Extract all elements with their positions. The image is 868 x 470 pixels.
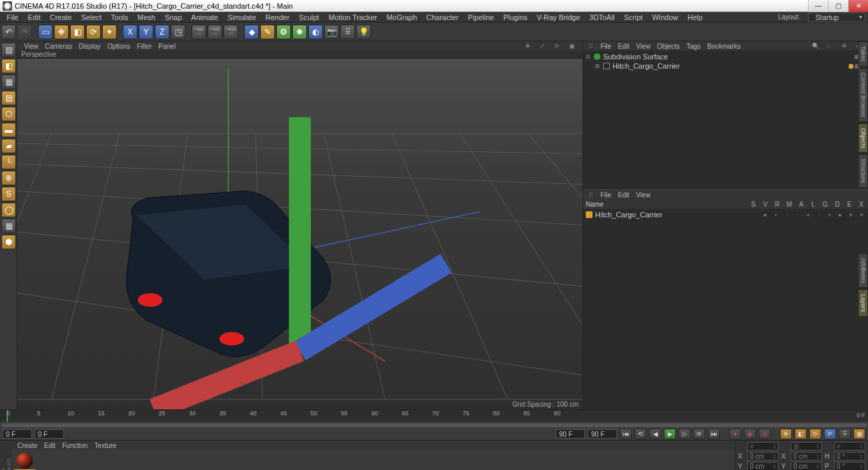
menu-sculpt[interactable]: Sculpt <box>295 13 324 22</box>
menu-plugins[interactable]: Plugins <box>499 13 531 22</box>
timeline-ruler[interactable]: 0 F 051015202530354045505560657075808590 <box>0 410 868 422</box>
scrollbar-thumb[interactable] <box>1 423 867 428</box>
scale-tool[interactable]: ◧ <box>70 25 85 39</box>
generator-button[interactable]: ❂ <box>276 25 291 39</box>
menu-snap[interactable]: Snap <box>161 13 186 22</box>
nav-zoom-icon[interactable]: ⤢ <box>540 43 546 49</box>
obj-menu-edit[interactable]: Edit <box>618 43 629 50</box>
undo-button[interactable]: ↶ <box>1 25 16 39</box>
menu-tools[interactable]: Tools <box>107 13 132 22</box>
keyframe-button[interactable]: ◎ <box>759 429 771 439</box>
view-menu-options[interactable]: Options <box>107 43 130 50</box>
view-menu-cameras[interactable]: Cameras <box>45 43 73 50</box>
axis-mode-button[interactable]: └ <box>1 155 16 169</box>
tab-content-browser[interactable]: Content Browser <box>858 68 868 122</box>
obj-menu-objects[interactable]: Objects <box>657 43 680 50</box>
material-swatch[interactable]: cargo <box>15 453 35 470</box>
mat-menu-create[interactable]: Create <box>17 442 37 449</box>
key-pla-button[interactable]: ⠿ <box>839 429 851 439</box>
render-view-button[interactable]: 🎬 <box>191 25 206 39</box>
viewport-solo-button[interactable]: ▦ <box>1 219 16 233</box>
menu-script[interactable]: Script <box>620 13 646 22</box>
mat-menu-edit[interactable]: Edit <box>44 442 55 449</box>
mat-menu-texture[interactable]: Texture <box>95 442 117 449</box>
goto-end-button[interactable]: ⏭ <box>708 429 720 439</box>
view-menu-panel[interactable]: Panel <box>159 43 176 50</box>
layer-toggle[interactable]: · <box>815 212 823 218</box>
tree-row-hitch[interactable]: ⊞ Hitch_Cargo_Carrier <box>586 61 865 71</box>
layer-toggle[interactable]: ▾ <box>847 212 855 218</box>
frame-end-a-field[interactable]: 90 F <box>556 429 585 439</box>
nav-rotate-icon[interactable]: ⟳ <box>554 43 561 49</box>
tab-takes[interactable]: Takes <box>858 41 868 67</box>
menu-mograph[interactable]: MoGraph <box>382 13 421 22</box>
model-mode-button[interactable]: ◧ <box>1 59 16 73</box>
axis-z-button[interactable]: Z <box>155 25 169 39</box>
frame-start-field[interactable]: 0 F <box>3 429 32 439</box>
axis-y-button[interactable]: Y <box>139 25 153 39</box>
layers-menu-view[interactable]: View <box>636 191 650 199</box>
menu-help[interactable]: Help <box>684 13 707 22</box>
menu-pipeline[interactable]: Pipeline <box>464 13 498 22</box>
particle-button[interactable]: ⠿ <box>340 25 355 39</box>
tab-attributes[interactable]: Attributes <box>858 253 868 288</box>
prev-frame-button[interactable]: ◀ <box>649 429 661 439</box>
spline-button[interactable]: ✎ <box>260 25 275 39</box>
tab-structure[interactable]: Structure <box>858 154 868 188</box>
menu-motion-tracker[interactable]: Motion Tracker <box>324 13 381 22</box>
move-tool[interactable]: ✥ <box>54 25 69 39</box>
frame-end-b-field[interactable]: 90 F <box>588 429 617 439</box>
menu-select[interactable]: Select <box>77 13 106 22</box>
record-button[interactable]: ● <box>729 429 741 439</box>
menu-3dtoall[interactable]: 3DToAll <box>585 13 618 22</box>
menu-render[interactable]: Render <box>262 13 294 22</box>
object-tree[interactable]: ⊟ Subdivision Surface ⊞ Hitch_Cargo_Carr… <box>583 51 868 189</box>
coord-size-y[interactable]: 0 cm <box>791 462 822 470</box>
axis-x-button[interactable]: X <box>123 25 137 39</box>
coord-size-x[interactable]: 0 cm <box>791 452 822 461</box>
render-settings-button[interactable]: 🎬 <box>224 25 238 39</box>
menu-vray[interactable]: V-Ray Bridge <box>533 13 584 22</box>
obj-menu-view[interactable]: View <box>636 43 650 50</box>
point-mode-button[interactable]: ⬡ <box>1 107 16 121</box>
isoline-button[interactable]: ⬢ <box>1 235 16 249</box>
deformer-button[interactable]: ✺ <box>292 25 307 39</box>
last-tool[interactable]: ✦ <box>102 25 117 39</box>
texture-mode-button[interactable]: ▦ <box>1 75 16 89</box>
autokey-button[interactable]: ◉ <box>744 429 756 439</box>
tree-name[interactable]: Subdivision Surface <box>603 53 852 61</box>
edge-mode-button[interactable]: ▬ <box>1 123 16 137</box>
camera-button[interactable]: 📷 <box>324 25 339 39</box>
coord-system-button[interactable]: ◳ <box>171 25 185 39</box>
next-frame-button[interactable]: ▷ <box>679 429 691 439</box>
layers-menu-edit[interactable]: Edit <box>618 191 629 199</box>
next-key-button[interactable]: ⟳ <box>693 429 705 439</box>
menu-edit[interactable]: Edit <box>24 13 45 22</box>
expand-icon[interactable]: ⊟ <box>586 54 591 60</box>
view-menu-display[interactable]: Display <box>79 43 101 50</box>
tree-name[interactable]: Hitch_Cargo_Carrier <box>612 62 846 70</box>
make-editable-button[interactable]: ▧ <box>1 43 16 57</box>
layer-toggle[interactable]: ⋄ <box>804 212 812 218</box>
timeline-scrollbar[interactable] <box>0 422 868 429</box>
viewport[interactable]: Grid Spacing : 100 cm <box>17 59 582 409</box>
menu-simulate[interactable]: Simulate <box>224 13 260 22</box>
nav-move-icon[interactable]: ✥ <box>525 43 532 49</box>
coord-rot-h[interactable]: 0 ° <box>834 452 865 461</box>
search-icon[interactable]: 🔍 <box>812 43 819 49</box>
view-menu-view[interactable]: View <box>24 43 39 50</box>
mat-menu-function[interactable]: Function <box>62 442 87 449</box>
layer-toggle[interactable]: · <box>783 212 791 218</box>
close-button[interactable]: ✕ <box>848 0 868 12</box>
obj-menu-file[interactable]: File <box>600 43 611 50</box>
layer-toggle[interactable]: ✕ <box>857 212 865 218</box>
redo-button[interactable]: ↷ <box>17 25 32 39</box>
key-options-button[interactable]: ▦ <box>853 429 865 439</box>
layers-body[interactable]: Hitch_Cargo_Carrier ● ▪ · · ⋄ · ⋄ ● ▾ ✕ <box>583 209 868 409</box>
tab-layers[interactable]: Layers <box>858 289 868 317</box>
layer-toggle[interactable]: ● <box>836 212 844 218</box>
layout-selector[interactable]: Startup <box>808 13 865 22</box>
layer-row[interactable]: Hitch_Cargo_Carrier ● ▪ · · ⋄ · ⋄ ● ▾ ✕ <box>586 210 865 219</box>
layer-toggle[interactable]: ▪ <box>772 212 780 218</box>
primitive-button[interactable]: ◆ <box>244 25 259 39</box>
